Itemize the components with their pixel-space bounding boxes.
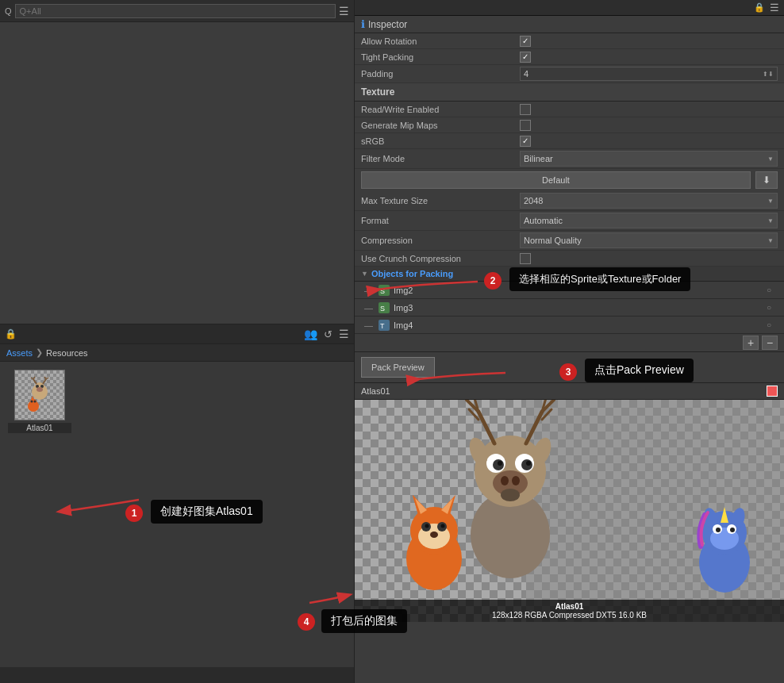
field-read-write: Read/Write Enabled — [355, 102, 784, 117]
annotation-number-1: 1 — [125, 505, 143, 522]
svg-point-57 — [441, 524, 445, 528]
breadcrumb-separator: ❯ — [36, 347, 43, 358]
read-write-label: Read/Write Enabled — [361, 105, 520, 114]
field-tight-packing: Tight Packing — [355, 49, 784, 65]
refresh-icon[interactable]: ↺ — [324, 328, 332, 340]
breadcrumb-resources[interactable]: Resources — [46, 348, 88, 358]
padding-stepper[interactable]: 4 ⬆⬇ — [520, 67, 778, 81]
lock-icon: 🔒 — [5, 328, 17, 340]
max-texture-size-arrow: ▼ — [767, 198, 774, 205]
field-allow-rotation: Allow Rotation — [355, 33, 784, 49]
atlas-color-dot[interactable] — [767, 386, 778, 397]
max-texture-size-select[interactable]: 2048 ▼ — [520, 193, 778, 209]
atlas-preview: Atlas01 128x128 RGBA Compressed DXT5 16.… — [355, 400, 784, 622]
svg-point-14 — [31, 401, 33, 403]
format-select[interactable]: Automatic ▼ — [520, 213, 778, 228]
field-crunch: Use Crunch Compression — [355, 251, 784, 267]
unicorn-sprite — [673, 495, 776, 598]
people-icon[interactable]: 👥 — [304, 328, 317, 340]
svg-point-43 — [501, 489, 520, 501]
default-button[interactable]: Default — [361, 171, 751, 189]
pack-preview-button[interactable]: Pack Preview — [361, 357, 435, 378]
menu-right-icon[interactable]: ☰ — [770, 2, 779, 13]
filter-mode-label: Filter Mode — [361, 154, 520, 163]
svg-text:T: T — [380, 322, 385, 330]
fox-sprite — [379, 487, 490, 598]
object-dash: — — [364, 320, 373, 330]
menu-icon-assets[interactable]: ☰ — [339, 328, 349, 340]
field-filter-mode: Filter Mode Bilinear ▼ — [355, 149, 784, 169]
tight-packing-checkbox[interactable] — [520, 52, 531, 63]
objects-add-row: + − — [355, 334, 784, 352]
atlas-thumbnail-sprite — [21, 376, 59, 414]
inspector-header: ℹ Inspector — [355, 16, 784, 33]
compression-label: Compression — [361, 236, 520, 245]
svg-line-30 — [526, 412, 542, 443]
mip-maps-label: Generate Mip Maps — [361, 121, 520, 130]
svg-point-38 — [498, 461, 502, 466]
object-img3-name: Img3 — [394, 303, 763, 313]
field-padding: Padding 4 ⬆⬇ — [355, 65, 784, 83]
svg-point-39 — [526, 461, 531, 466]
asset-atlas01[interactable]: Atlas01 — [8, 370, 71, 433]
format-value: Automatic — [524, 216, 563, 225]
annotation-bubble-4: 打包后的图集 — [321, 609, 407, 633]
field-compression: Compression Normal Quality ▼ — [355, 231, 784, 251]
object-remove-btn[interactable]: ○ — [763, 320, 774, 331]
triangle-icon: ▼ — [361, 270, 368, 278]
filter-mode-arrow: ▼ — [767, 155, 774, 163]
annotation-number-2: 2 — [484, 272, 502, 290]
svg-line-7 — [44, 377, 46, 379]
object-remove-btn[interactable]: ○ — [763, 302, 774, 313]
sprite-icon: S — [378, 284, 390, 297]
srgb-checkbox[interactable] — [520, 136, 531, 147]
inspector-body: Allow Rotation Tight Packing Padding 4 ⬆… — [355, 33, 784, 683]
mip-maps-checkbox[interactable] — [520, 120, 531, 131]
filter-mode-select[interactable]: Bilinear ▼ — [520, 151, 778, 167]
download-button[interactable]: ⬇ — [755, 171, 778, 189]
left-status-bar — [0, 667, 354, 683]
texture-section-header: Texture — [355, 83, 784, 102]
object-img4-name: Img4 — [394, 320, 763, 330]
menu-icon[interactable]: ☰ — [339, 5, 349, 17]
svg-point-67 — [716, 528, 721, 532]
svg-point-10 — [37, 387, 43, 392]
svg-text:S: S — [380, 305, 385, 313]
inspector-title-text: Inspector — [368, 19, 407, 30]
max-texture-size-label: Max Texture Size — [361, 196, 520, 205]
atlas-file-info: 128x128 RGBA Compressed DXT5 16.0 KB — [492, 611, 647, 620]
assets-toolbar: 🔒 👥 ↺ ☰ — [0, 324, 354, 344]
srgb-label: sRGB — [361, 136, 520, 146]
search-bar: Q ☰ — [0, 0, 354, 22]
allow-rotation-checkbox[interactable] — [520, 36, 531, 47]
remove-object-btn[interactable]: − — [762, 336, 778, 350]
search-input[interactable] — [15, 4, 336, 18]
svg-line-4 — [33, 377, 35, 379]
format-arrow: ▼ — [767, 217, 774, 224]
crunch-checkbox[interactable] — [520, 253, 531, 264]
format-label: Format — [361, 216, 520, 225]
sprite-icon: S — [378, 301, 390, 314]
breadcrumb-assets[interactable]: Assets — [6, 348, 33, 358]
asset-label: Atlas01 — [8, 423, 71, 433]
field-mip-maps: Generate Mip Maps — [355, 117, 784, 133]
compression-select[interactable]: Normal Quality ▼ — [520, 232, 778, 248]
svg-point-58 — [430, 531, 438, 538]
download-icon: ⬇ — [763, 175, 771, 186]
svg-line-26 — [478, 412, 494, 443]
read-write-checkbox[interactable] — [520, 104, 531, 115]
annotation-number-4: 4 — [298, 613, 315, 631]
search-icon: Q — [5, 6, 12, 16]
compression-arrow: ▼ — [767, 237, 774, 244]
padding-value: 4 — [524, 69, 528, 79]
atlas-header: Atlas01 — [355, 383, 784, 400]
tight-packing-label: Tight Packing — [361, 52, 520, 62]
field-srgb: sRGB — [355, 133, 784, 149]
object-remove-btn[interactable]: ○ — [763, 285, 774, 296]
add-object-btn[interactable]: + — [743, 336, 759, 350]
atlas-title-info: Atlas01 — [555, 602, 584, 611]
compression-value: Normal Quality — [524, 236, 582, 245]
atlas-section: Atlas01 — [355, 382, 784, 622]
lock-icon-right: 🔒 — [754, 2, 765, 13]
breadcrumb: Assets ❯ Resources — [0, 344, 354, 362]
